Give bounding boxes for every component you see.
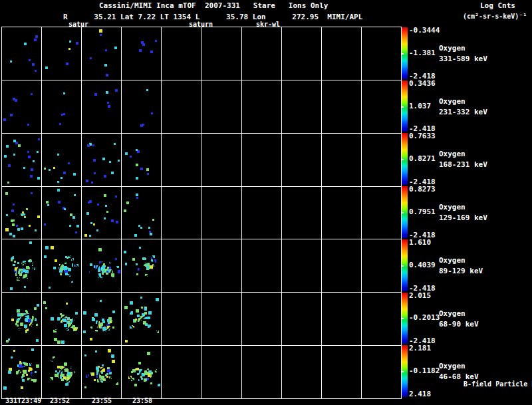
data-pixel [111,354,114,358]
colorbar-min-label: 2.418 [409,390,431,398]
data-pixel [69,41,71,43]
data-pixel [9,233,12,235]
data-pixel [106,74,108,76]
colorbar-max-label: 0.3436 [409,79,436,88]
panel [322,134,361,186]
data-pixel [84,354,86,356]
data-pixel [155,40,157,42]
data-pixel [125,152,128,155]
panel [162,239,201,292]
data-pixel [140,297,142,299]
colorbar [402,133,408,185]
data-pixel [6,214,8,216]
time-axis-label: 331T23:49 [5,397,41,404]
data-pixel [13,350,15,352]
data-pixel [151,112,153,114]
panel [122,134,161,186]
fov-arc [138,315,160,337]
data-pixel [44,255,47,258]
data-pixel [156,298,159,301]
plot-subtitle: R 35.21 Lat 7.22 LT 1354 L 35.78 Lon 272… [63,13,362,21]
panel [2,134,41,186]
data-pixel [139,247,141,249]
data-pixel [118,160,120,162]
data-pixel [104,194,106,197]
fov-arc [17,262,38,283]
panel [362,346,401,398]
data-pixel [57,181,59,183]
panel [362,134,401,186]
energy-label: 331-589 keV [439,55,487,63]
data-pixel [37,304,39,307]
panel [2,80,41,133]
panel [201,187,241,239]
panel [42,134,81,186]
panel [201,346,241,398]
data-pixel [112,360,115,363]
data-pixel [36,339,39,342]
data-pixel [21,386,23,389]
panel [162,134,201,186]
data-pixel [33,160,35,162]
colorbar-mid-label: 0.4039 [409,261,436,269]
colorbar-mid-label: -1.381 [409,49,436,57]
species-label: Oxygen [439,362,466,370]
data-pixel [142,43,145,46]
data-pixel [26,208,28,210]
data-pixel [124,306,128,309]
energy-label: 168-231 keV [439,160,487,169]
panel [162,27,201,80]
time-axis-label: 23:58 [132,397,152,404]
colorbar [402,80,408,132]
data-pixel [97,203,99,205]
data-pixel [24,43,27,45]
data-pixel [115,89,118,92]
data-pixel [124,209,126,212]
data-pixel [90,338,92,340]
data-pixel [84,386,86,388]
panel [82,187,121,239]
panel [42,239,81,292]
colorbar-mid-label: -0.1182 [409,366,440,375]
panel [2,239,41,292]
data-pixel [95,350,97,352]
panel [201,134,241,186]
data-pixel [89,235,91,237]
data-pixel [29,241,32,244]
data-pixel [49,287,51,289]
data-pixel [146,168,149,171]
data-pixel [86,212,89,215]
data-pixel [3,118,6,121]
data-pixel [17,228,20,231]
fov-arc [97,314,118,335]
data-pixel [31,192,33,194]
data-pixel [34,307,37,310]
panel [242,346,281,398]
panel [282,27,321,80]
data-pixel [28,156,31,158]
panel [362,80,401,133]
data-pixel [23,213,25,215]
data-pixel [136,149,138,151]
data-pixel [34,39,37,41]
panel [282,346,321,398]
panel [82,134,121,186]
panel [362,293,401,345]
colorbar-max-label: -0.3444 [409,26,440,35]
data-pixel [92,144,94,146]
panel [242,187,281,239]
panel [242,293,281,345]
panel [2,27,41,80]
data-pixel [100,34,102,36]
fov-arc [96,261,118,282]
panel [322,187,361,239]
data-pixel [108,105,110,108]
panel [282,239,321,292]
panel [122,293,161,345]
colorbar-mid-label: 0.7951 [409,207,436,216]
data-pixel [76,42,78,45]
data-pixel [29,225,31,227]
data-pixel [76,225,79,227]
panel [362,239,401,292]
data-pixel [105,49,107,51]
